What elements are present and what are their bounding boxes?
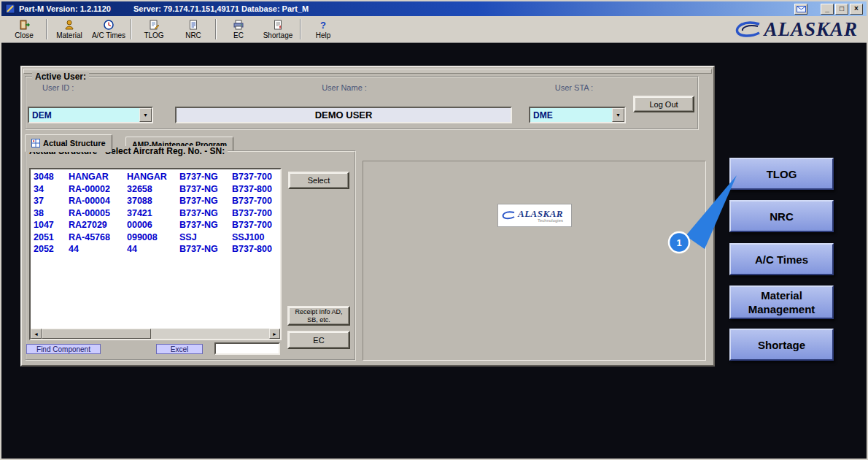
- aircraft-row[interactable]: 3048HANGARHANGARB737-NGB737-700: [34, 171, 277, 183]
- toolbar: Close Material A/C Times TLOG: [1, 16, 867, 43]
- search-input[interactable]: [214, 342, 280, 355]
- ec-button[interactable]: EC: [287, 331, 350, 349]
- structure-grid-icon: [31, 139, 40, 147]
- alaskar-swoosh-icon: [501, 210, 516, 221]
- toolbar-help-button[interactable]: ? Help: [303, 18, 343, 42]
- mail-icon: [797, 6, 806, 12]
- chevron-down-icon[interactable]: ▼: [612, 108, 624, 122]
- user-sta-label: User STA :: [501, 83, 647, 92]
- aircraft-sn: 32658: [127, 183, 179, 196]
- aircraft-reg: RA27029: [69, 219, 127, 231]
- user-sta-combobox[interactable]: DME ▼: [529, 107, 626, 123]
- clock-icon: [103, 19, 115, 31]
- horizontal-scrollbar[interactable]: ◄ ►: [31, 329, 280, 339]
- scroll-left-arrow-icon[interactable]: ◄: [31, 329, 42, 339]
- aircraft-family: B737-NG: [179, 195, 232, 207]
- aircraft-family: SSJ: [179, 231, 232, 244]
- user-id-label: User ID :: [42, 83, 74, 92]
- receipt-info-button[interactable]: Receipt Info AD, SB, etc.: [287, 306, 350, 326]
- toolbar-button-label: EC: [233, 31, 244, 39]
- scrollbar-thumb[interactable]: [42, 329, 151, 339]
- toolbar-separator: [46, 19, 47, 39]
- aircraft-reg: HANGAR: [69, 171, 127, 183]
- maximize-button[interactable]: □: [835, 4, 848, 15]
- titlebar: Part-M Version: 1.2.1120 Server: 79.174.…: [1, 1, 867, 16]
- aircraft-row[interactable]: 1047RA2702900006B737-NGB737-700: [34, 219, 277, 231]
- aircraft-sn: 37088: [127, 195, 179, 207]
- logo-tagline: Technologies: [538, 218, 563, 223]
- toolbar-button-label: TLOG: [144, 31, 163, 39]
- toolbar-material-button[interactable]: Material: [50, 18, 89, 42]
- nrc-document-icon: [187, 19, 199, 31]
- aircraft-family: B737-NG: [179, 207, 232, 220]
- panel-top-strip: [23, 69, 712, 74]
- aircraft-reg: RA-00004: [69, 195, 127, 207]
- side-button-ac-times[interactable]: A/C Times: [729, 243, 834, 275]
- toolbar-shortage-button[interactable]: Shortage: [258, 18, 298, 42]
- scroll-right-arrow-icon[interactable]: ►: [269, 329, 280, 339]
- window-title-server: Server: 79.174.71.151,49171 Database: Pa…: [133, 4, 309, 13]
- toolbar-separator: [131, 19, 132, 39]
- side-button-material-management[interactable]: Material Management: [729, 285, 834, 319]
- find-component-button[interactable]: Find Component: [26, 344, 101, 354]
- aircraft-type: B737-700: [232, 195, 277, 207]
- toolbar-ac-times-button[interactable]: A/C Times: [89, 18, 128, 42]
- tab-actual-structure[interactable]: Actual Structure: [25, 134, 112, 152]
- side-button-nrc[interactable]: NRC: [729, 200, 834, 232]
- aircraft-row[interactable]: 34RA-0000232658B737-NGB737-800: [34, 183, 277, 196]
- aircraft-row[interactable]: 2051RA-45768099008SSJSSJ100: [34, 231, 277, 244]
- aircraft-sn: 099008: [127, 231, 179, 244]
- detail-panel: ALASKAR Technologies: [363, 161, 706, 361]
- aircraft-id: 1047: [34, 219, 69, 231]
- aircraft-listbox[interactable]: 3048HANGARHANGARB737-NGB737-700 34RA-000…: [29, 168, 282, 340]
- logo-name: ALASKAR: [518, 209, 563, 218]
- aircraft-sn: HANGAR: [127, 171, 179, 183]
- aircraft-family: B737-NG: [179, 219, 232, 231]
- aircraft-row[interactable]: 20524444B737-NGB737-800: [34, 243, 277, 256]
- toolbar-button-label: Help: [316, 31, 331, 39]
- aircraft-row[interactable]: 37RA-0000437088B737-NGB737-700: [34, 195, 277, 207]
- toolbar-tlog-button[interactable]: TLOG: [134, 18, 174, 42]
- toolbar-nrc-button[interactable]: NRC: [174, 18, 213, 42]
- side-button-tlog[interactable]: TLOG: [729, 158, 834, 190]
- brand-name: ALASKAR: [764, 18, 858, 41]
- tab-label: Actual Structure: [43, 139, 106, 147]
- alaskar-logo-small: ALASKAR Technologies: [497, 204, 572, 227]
- toolbar-ec-button[interactable]: EC: [219, 18, 258, 42]
- select-button[interactable]: Select: [288, 172, 349, 189]
- toolbar-separator: [215, 19, 217, 39]
- main-panel: Active User: User ID : User Name : User …: [20, 66, 715, 367]
- app-window: Part-M Version: 1.2.1120 Server: 79.174.…: [0, 0, 868, 460]
- aircraft-row[interactable]: 38RA-0000537421B737-NGB737-700: [34, 207, 277, 220]
- user-name-field[interactable]: DEMO USER: [175, 107, 512, 123]
- aircraft-id: 3048: [34, 171, 69, 183]
- app-icon: [5, 4, 15, 14]
- user-id-value: DEM: [29, 110, 139, 120]
- side-button-shortage[interactable]: Shortage: [729, 329, 834, 361]
- alaskar-swoosh-icon: [733, 18, 762, 40]
- aircraft-family: B737-NG: [179, 183, 232, 196]
- titlebar-tool-button[interactable]: [794, 4, 807, 15]
- excel-button[interactable]: Excel: [156, 344, 203, 354]
- toolbar-button-label: Close: [15, 31, 34, 39]
- aircraft-type: B737-800: [232, 243, 277, 256]
- user-sta-value: DME: [530, 110, 612, 120]
- user-name-value: DEMO USER: [315, 110, 373, 120]
- aircraft-sn: 37421: [127, 207, 179, 220]
- help-icon: ?: [320, 19, 326, 31]
- aircraft-id: 34: [34, 183, 69, 196]
- aircraft-reg: RA-00005: [69, 207, 127, 220]
- aircraft-id: 38: [34, 207, 69, 220]
- aircraft-family: B737-NG: [179, 171, 232, 183]
- aircraft-sn: 00006: [127, 219, 179, 231]
- toolbar-button-label: NRC: [185, 31, 201, 39]
- toolbar-close-button[interactable]: Close: [4, 18, 44, 42]
- log-out-button[interactable]: Log Out: [633, 96, 694, 112]
- user-id-combobox[interactable]: DEM ▼: [28, 107, 153, 123]
- aircraft-family: B737-NG: [179, 243, 232, 256]
- chevron-down-icon[interactable]: ▼: [139, 108, 152, 122]
- aircraft-reg: RA-00002: [69, 183, 127, 196]
- minimize-button[interactable]: _: [821, 4, 834, 15]
- exit-door-icon: [18, 19, 30, 31]
- close-window-button[interactable]: ×: [850, 4, 863, 15]
